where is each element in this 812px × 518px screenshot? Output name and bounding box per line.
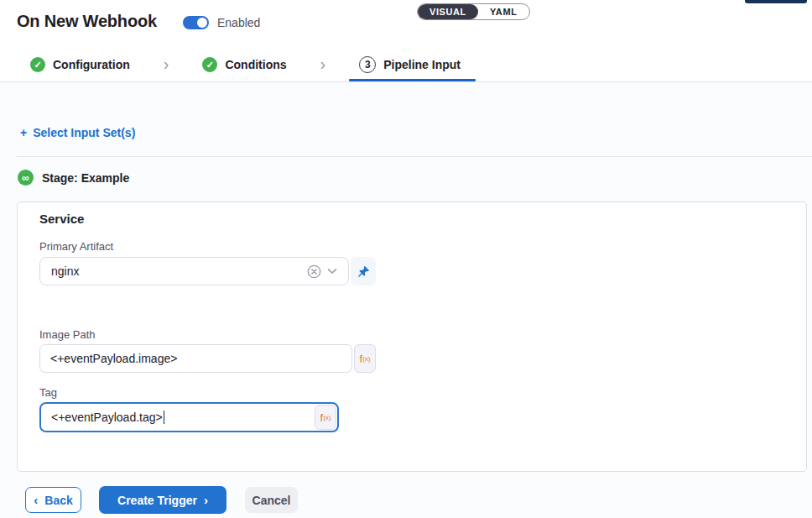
toggle-knob	[197, 18, 207, 28]
step-pipeline-input[interactable]: 3 Pipeline Input	[356, 48, 464, 81]
active-tab-underline	[349, 79, 476, 81]
primary-artifact-value: nginx	[51, 264, 304, 278]
expression-fx-button[interactable]: f(x)	[315, 405, 336, 430]
trigger-wizard-page: On New Webhook Enabled VISUAL YAML ✓ Con…	[0, 0, 812, 518]
header: On New Webhook Enabled VISUAL YAML	[0, 0, 812, 48]
fx-sub: (x)	[362, 355, 370, 363]
mode-yaml-button[interactable]: YAML	[478, 4, 529, 19]
check-circle-icon: ✓	[202, 57, 217, 72]
visual-yaml-switch: VISUAL YAML	[417, 3, 530, 20]
image-path-label: Image Path	[39, 328, 96, 341]
image-path-input[interactable]: <+eventPayload.image>	[39, 344, 352, 373]
image-path-value: <+eventPayload.image>	[50, 352, 177, 365]
step-label: Conditions	[225, 58, 286, 71]
step-configuration[interactable]: ✓ Configuration	[27, 48, 133, 81]
step-number-icon: 3	[359, 56, 376, 73]
service-heading: Service	[39, 212, 84, 226]
tag-field-focused: <+eventPayload.tag> f(x)	[39, 402, 339, 432]
page-title: On New Webhook	[17, 12, 157, 31]
text-cursor	[164, 411, 165, 424]
check-circle-icon: ✓	[30, 57, 45, 72]
mode-visual-button[interactable]: VISUAL	[418, 4, 478, 19]
enabled-label: Enabled	[217, 16, 260, 29]
cd-stage-icon: ∞	[18, 170, 34, 186]
back-button[interactable]: ‹ Back	[25, 487, 81, 513]
create-trigger-label: Create Trigger	[117, 494, 197, 507]
tag-label: Tag	[39, 386, 57, 399]
tag-value: <+eventPayload.tag>	[51, 411, 163, 424]
step-conditions[interactable]: ✓ Conditions	[199, 48, 289, 81]
pipeline-input-panel: + Select Input Set(s) ∞ Stage: Example S…	[0, 82, 812, 518]
chevron-right-icon: ›	[164, 55, 169, 75]
tag-input[interactable]: <+eventPayload.tag>	[41, 404, 315, 431]
enabled-toggle[interactable]	[183, 16, 209, 29]
image-path-field: <+eventPayload.image> f(x)	[39, 344, 376, 373]
create-trigger-button[interactable]: Create Trigger ›	[99, 486, 226, 514]
clear-selection-icon[interactable]	[304, 262, 323, 280]
primary-artifact-select[interactable]: nginx	[39, 257, 349, 285]
enabled-toggle-group: Enabled	[183, 16, 260, 29]
pushpin-icon	[357, 265, 370, 278]
stage-label: Stage: Example	[42, 171, 129, 185]
stage-row: ∞ Stage: Example	[18, 170, 129, 186]
chevron-left-icon: ‹	[34, 494, 38, 506]
cancel-button[interactable]: Cancel	[245, 487, 298, 513]
primary-artifact-field: nginx	[39, 257, 376, 285]
select-input-sets-link[interactable]: + Select Input Set(s)	[20, 126, 135, 139]
step-label: Configuration	[53, 58, 130, 71]
primary-artifact-label: Primary Artifact	[39, 240, 113, 253]
select-input-sets-label: Select Input Set(s)	[33, 126, 135, 139]
chevron-down-icon[interactable]	[323, 262, 341, 280]
divider	[17, 156, 812, 157]
chevron-right-icon: ›	[204, 494, 208, 506]
expression-fx-button[interactable]: f(x)	[354, 344, 376, 373]
service-card: Service Primary Artifact nginx Image Pat…	[17, 201, 807, 472]
back-label: Back	[44, 494, 72, 507]
fx-sub: (x)	[323, 414, 331, 421]
chevron-right-icon: ›	[320, 55, 326, 75]
cancel-label: Cancel	[252, 494, 291, 507]
step-wizard: ✓ Configuration › ✓ Conditions › 3 Pipel…	[0, 48, 812, 82]
plus-icon: +	[20, 126, 27, 139]
step-label: Pipeline Input	[383, 58, 461, 71]
pin-button[interactable]	[351, 257, 376, 285]
clipped-top-right-element	[745, 0, 807, 3]
